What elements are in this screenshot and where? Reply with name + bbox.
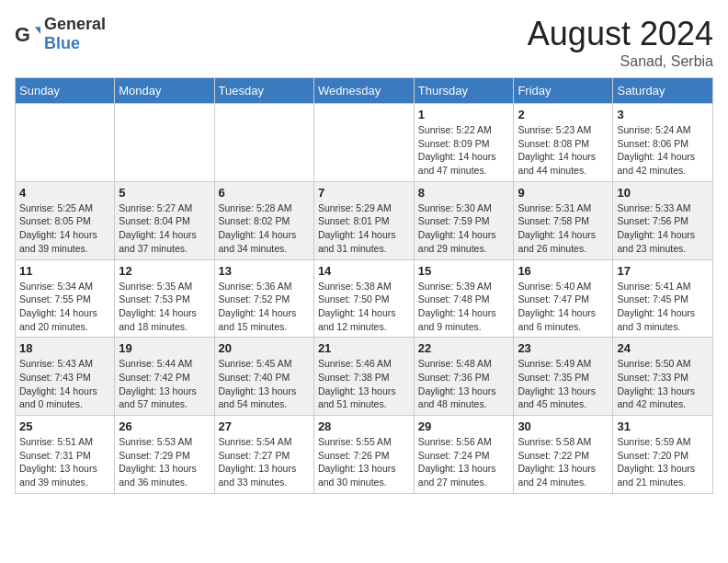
day-number: 27 bbox=[219, 419, 310, 433]
day-number: 12 bbox=[119, 264, 210, 278]
day-info: Sunrise: 5:50 AM Sunset: 7:33 PM Dayligh… bbox=[617, 357, 709, 411]
day-number: 22 bbox=[418, 341, 510, 355]
calendar-cell: 31Sunrise: 5:59 AM Sunset: 7:20 PM Dayli… bbox=[613, 416, 713, 494]
calendar-cell: 21Sunrise: 5:46 AM Sunset: 7:38 PM Dayli… bbox=[313, 338, 414, 416]
day-number: 30 bbox=[518, 419, 609, 433]
day-info: Sunrise: 5:45 AM Sunset: 7:40 PM Dayligh… bbox=[219, 357, 310, 411]
day-number: 15 bbox=[418, 264, 510, 278]
day-info: Sunrise: 5:23 AM Sunset: 8:08 PM Dayligh… bbox=[518, 123, 609, 178]
calendar-cell: 18Sunrise: 5:43 AM Sunset: 7:43 PM Dayli… bbox=[16, 338, 115, 416]
week-row-4: 18Sunrise: 5:43 AM Sunset: 7:43 PM Dayli… bbox=[16, 338, 713, 416]
weekday-header-sunday: Sunday bbox=[16, 78, 115, 104]
day-number: 17 bbox=[617, 264, 709, 278]
day-info: Sunrise: 5:49 AM Sunset: 7:35 PM Dayligh… bbox=[518, 357, 609, 411]
day-info: Sunrise: 5:46 AM Sunset: 7:38 PM Dayligh… bbox=[318, 357, 410, 411]
day-number: 31 bbox=[617, 419, 709, 433]
day-info: Sunrise: 5:38 AM Sunset: 7:50 PM Dayligh… bbox=[318, 280, 410, 334]
calendar-cell: 14Sunrise: 5:38 AM Sunset: 7:50 PM Dayli… bbox=[313, 259, 414, 338]
calendar-cell: 3Sunrise: 5:24 AM Sunset: 8:06 PM Daylig… bbox=[613, 104, 713, 182]
day-number: 4 bbox=[19, 186, 110, 200]
day-info: Sunrise: 5:34 AM Sunset: 7:55 PM Dayligh… bbox=[19, 280, 110, 334]
day-info: Sunrise: 5:43 AM Sunset: 7:43 PM Dayligh… bbox=[19, 357, 110, 411]
day-info: Sunrise: 5:56 AM Sunset: 7:24 PM Dayligh… bbox=[418, 435, 510, 489]
day-info: Sunrise: 5:29 AM Sunset: 8:01 PM Dayligh… bbox=[318, 201, 410, 256]
week-row-1: 1Sunrise: 5:22 AM Sunset: 8:09 PM Daylig… bbox=[16, 104, 713, 182]
calendar-cell: 30Sunrise: 5:58 AM Sunset: 7:22 PM Dayli… bbox=[514, 416, 613, 494]
day-number: 21 bbox=[318, 341, 410, 355]
calendar-cell: 6Sunrise: 5:28 AM Sunset: 8:02 PM Daylig… bbox=[214, 181, 313, 259]
calendar-cell: 17Sunrise: 5:41 AM Sunset: 7:45 PM Dayli… bbox=[613, 259, 713, 338]
calendar-cell: 9Sunrise: 5:31 AM Sunset: 7:58 PM Daylig… bbox=[514, 181, 613, 259]
day-number: 10 bbox=[617, 186, 709, 200]
day-info: Sunrise: 5:55 AM Sunset: 7:26 PM Dayligh… bbox=[318, 435, 410, 489]
svg-text:G: G bbox=[15, 23, 30, 46]
day-number: 26 bbox=[119, 419, 210, 433]
day-info: Sunrise: 5:44 AM Sunset: 7:42 PM Dayligh… bbox=[119, 357, 210, 411]
calendar-cell: 7Sunrise: 5:29 AM Sunset: 8:01 PM Daylig… bbox=[313, 181, 414, 259]
day-info: Sunrise: 5:39 AM Sunset: 7:48 PM Dayligh… bbox=[418, 280, 510, 334]
calendar-cell: 15Sunrise: 5:39 AM Sunset: 7:48 PM Dayli… bbox=[414, 259, 514, 338]
calendar-subtitle: Sanad, Serbia bbox=[528, 53, 713, 70]
calendar-cell bbox=[313, 104, 414, 182]
day-number: 7 bbox=[318, 186, 410, 200]
page-header: G General Blue August 2024 Sanad, Serbia bbox=[15, 15, 713, 70]
calendar-table: SundayMondayTuesdayWednesdayThursdayFrid… bbox=[15, 77, 713, 494]
week-row-5: 25Sunrise: 5:51 AM Sunset: 7:31 PM Dayli… bbox=[16, 416, 713, 494]
weekday-header-saturday: Saturday bbox=[613, 78, 713, 104]
day-info: Sunrise: 5:41 AM Sunset: 7:45 PM Dayligh… bbox=[617, 280, 709, 334]
day-info: Sunrise: 5:36 AM Sunset: 7:52 PM Dayligh… bbox=[219, 280, 310, 334]
day-info: Sunrise: 5:53 AM Sunset: 7:29 PM Dayligh… bbox=[119, 435, 210, 489]
weekday-header-tuesday: Tuesday bbox=[214, 78, 313, 104]
day-info: Sunrise: 5:33 AM Sunset: 7:56 PM Dayligh… bbox=[617, 201, 709, 256]
day-info: Sunrise: 5:48 AM Sunset: 7:36 PM Dayligh… bbox=[418, 357, 510, 411]
day-info: Sunrise: 5:25 AM Sunset: 8:05 PM Dayligh… bbox=[19, 201, 110, 256]
calendar-cell: 24Sunrise: 5:50 AM Sunset: 7:33 PM Dayli… bbox=[613, 338, 713, 416]
day-number: 5 bbox=[119, 186, 210, 200]
day-number: 13 bbox=[219, 264, 310, 278]
day-info: Sunrise: 5:30 AM Sunset: 7:59 PM Dayligh… bbox=[418, 201, 510, 256]
day-info: Sunrise: 5:28 AM Sunset: 8:02 PM Dayligh… bbox=[219, 201, 310, 256]
day-number: 3 bbox=[617, 108, 709, 121]
day-info: Sunrise: 5:51 AM Sunset: 7:31 PM Dayligh… bbox=[19, 435, 110, 489]
svg-marker-1 bbox=[35, 27, 40, 34]
calendar-cell: 20Sunrise: 5:45 AM Sunset: 7:40 PM Dayli… bbox=[214, 338, 313, 416]
day-number: 23 bbox=[518, 341, 609, 355]
day-info: Sunrise: 5:54 AM Sunset: 7:27 PM Dayligh… bbox=[219, 435, 310, 489]
day-number: 11 bbox=[19, 264, 110, 278]
week-row-3: 11Sunrise: 5:34 AM Sunset: 7:55 PM Dayli… bbox=[16, 259, 713, 338]
calendar-title: August 2024 bbox=[528, 15, 713, 53]
calendar-cell: 2Sunrise: 5:23 AM Sunset: 8:08 PM Daylig… bbox=[514, 104, 613, 182]
calendar-cell: 27Sunrise: 5:54 AM Sunset: 7:27 PM Dayli… bbox=[214, 416, 313, 494]
weekday-header-friday: Friday bbox=[514, 78, 613, 104]
calendar-cell: 8Sunrise: 5:30 AM Sunset: 7:59 PM Daylig… bbox=[414, 181, 514, 259]
day-info: Sunrise: 5:27 AM Sunset: 8:04 PM Dayligh… bbox=[119, 201, 210, 256]
day-number: 8 bbox=[418, 186, 510, 200]
calendar-cell: 4Sunrise: 5:25 AM Sunset: 8:05 PM Daylig… bbox=[16, 181, 115, 259]
logo: G General Blue bbox=[15, 15, 106, 53]
day-number: 16 bbox=[518, 264, 609, 278]
calendar-cell: 23Sunrise: 5:49 AM Sunset: 7:35 PM Dayli… bbox=[514, 338, 613, 416]
day-info: Sunrise: 5:58 AM Sunset: 7:22 PM Dayligh… bbox=[518, 435, 609, 489]
day-number: 28 bbox=[318, 419, 410, 433]
calendar-cell: 5Sunrise: 5:27 AM Sunset: 8:04 PM Daylig… bbox=[115, 181, 214, 259]
day-number: 20 bbox=[219, 341, 310, 355]
day-number: 6 bbox=[219, 186, 310, 200]
calendar-cell: 22Sunrise: 5:48 AM Sunset: 7:36 PM Dayli… bbox=[414, 338, 514, 416]
day-number: 18 bbox=[19, 341, 110, 355]
calendar-cell: 12Sunrise: 5:35 AM Sunset: 7:53 PM Dayli… bbox=[115, 259, 214, 338]
calendar-cell: 1Sunrise: 5:22 AM Sunset: 8:09 PM Daylig… bbox=[414, 104, 514, 182]
calendar-cell bbox=[16, 104, 115, 182]
day-info: Sunrise: 5:40 AM Sunset: 7:47 PM Dayligh… bbox=[518, 280, 609, 334]
day-info: Sunrise: 5:22 AM Sunset: 8:09 PM Dayligh… bbox=[418, 123, 510, 178]
logo-icon: G bbox=[15, 21, 40, 47]
calendar-cell: 29Sunrise: 5:56 AM Sunset: 7:24 PM Dayli… bbox=[414, 416, 514, 494]
day-number: 29 bbox=[418, 419, 510, 433]
day-number: 2 bbox=[518, 108, 609, 121]
day-number: 25 bbox=[19, 419, 110, 433]
day-number: 14 bbox=[318, 264, 410, 278]
weekday-header-thursday: Thursday bbox=[414, 78, 514, 104]
calendar-cell: 16Sunrise: 5:40 AM Sunset: 7:47 PM Dayli… bbox=[514, 259, 613, 338]
calendar-cell: 19Sunrise: 5:44 AM Sunset: 7:42 PM Dayli… bbox=[115, 338, 214, 416]
weekday-header-row: SundayMondayTuesdayWednesdayThursdayFrid… bbox=[16, 78, 713, 104]
calendar-cell: 28Sunrise: 5:55 AM Sunset: 7:26 PM Dayli… bbox=[313, 416, 414, 494]
